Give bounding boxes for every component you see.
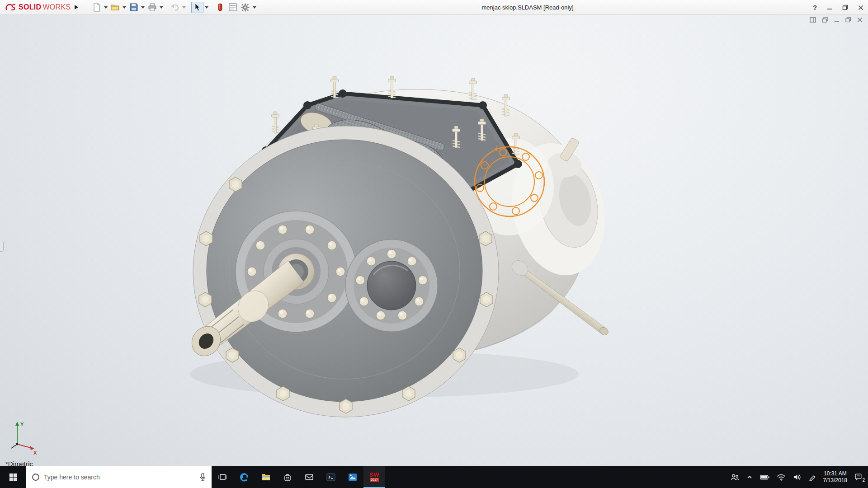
solidworks-window: SOLIDWORKS [0,0,868,488]
task-pane-list-icon [229,3,237,11]
select-tool-dropdown[interactable] [204,2,209,13]
network-button[interactable] [777,474,786,481]
doc-cascade-button[interactable] [822,17,828,23]
undo-arrow-icon [170,4,179,11]
windows-ink-button[interactable] [808,473,816,481]
quick-access-toolbar [90,2,257,13]
scene-3d[interactable] [0,15,868,466]
solidworks-taskbar-icon: SW 2017 [369,472,379,482]
print-dropdown[interactable] [159,2,164,13]
window-cascade-icon [822,17,828,23]
minimize-button[interactable] [827,5,832,10]
undo-button[interactable] [169,2,181,13]
open-folder-icon [111,3,120,11]
app-icon-store[interactable] [277,466,298,488]
sw-icon-text: SW [369,472,379,478]
window-pane-icon [810,17,816,23]
menu-expand-arrow[interactable] [74,5,79,10]
microphone-icon[interactable] [199,473,206,481]
new-document-dropdown[interactable] [103,2,108,13]
taskbar-search[interactable] [26,466,212,488]
cortana-circle-icon [32,473,40,481]
save-floppy-icon [130,3,138,11]
play-arrow-icon [74,5,79,10]
wifi-icon [777,474,786,481]
window-close-icon [858,5,863,10]
x-axis-arrow-icon [30,446,34,450]
task-view-button[interactable] [212,466,233,488]
ds-logo-icon [5,3,17,12]
window-restore-icon [842,5,848,10]
window-minimize-icon [834,17,840,23]
doc-pane-button[interactable] [810,17,816,23]
y-axis-arrow-icon [15,422,19,426]
terminal-icon [326,472,336,483]
clock-time: 10:31 AM [823,470,847,477]
restore-button[interactable] [842,5,848,10]
new-document-icon [93,3,101,12]
taskbar-clock[interactable]: 10:31 AM 7/13/2018 [823,470,847,484]
edge-browser-icon [239,472,250,483]
battery-button[interactable] [760,474,770,480]
graphics-viewport[interactable]: Y X *Dimetric [0,15,868,466]
notification-badge: 2 [862,478,865,483]
print-button[interactable] [146,2,158,13]
file-explorer-icon [260,472,271,483]
doc-minimize-button[interactable] [834,17,840,23]
chevron-down-icon [205,6,208,9]
reference-triad: Y X [7,418,41,456]
taskbar-search-input[interactable] [44,474,195,481]
chevron-down-icon [253,6,256,9]
photos-icon [347,472,358,483]
help-button[interactable]: ? [813,4,817,11]
chevron-down-icon [104,6,108,9]
task-pane-button[interactable] [226,2,239,13]
appearance-capsule-icon [217,3,223,11]
options-dropdown[interactable] [252,2,257,13]
app-icon-solidworks[interactable]: SW 2017 [363,466,385,488]
view-orientation-label: *Dimetric [5,460,33,466]
save-button[interactable] [127,2,140,13]
chevron-down-icon [123,6,126,9]
window-minimize-icon [827,5,832,10]
close-button[interactable] [858,5,863,10]
clock-date: 7/13/2018 [823,477,847,484]
brand-text-solid: SOLID [19,3,41,11]
printer-icon [148,3,157,11]
chevron-down-icon [141,6,145,9]
undo-dropdown[interactable] [181,2,187,13]
chevron-down-icon [182,6,186,9]
volume-icon [793,474,802,481]
app-icon-mail[interactable] [298,466,320,488]
chevron-up-icon [746,474,753,480]
app-icon-file-explorer[interactable] [255,466,277,488]
feature-manager-collapsed-tab[interactable] [0,241,4,252]
select-tool-button[interactable] [191,2,203,13]
start-button[interactable] [0,466,26,488]
battery-icon [760,474,770,480]
bearing-cover[interactable] [345,239,438,332]
windows-logo-icon [9,473,18,482]
task-view-icon [217,472,228,483]
open-button[interactable] [109,2,121,13]
volume-button[interactable] [793,474,802,481]
mail-icon [304,472,315,483]
document-window-controls [810,17,863,23]
appearance-button[interactable] [214,2,226,13]
titlebar: SOLIDWORKS [0,0,868,15]
store-icon [282,472,293,483]
windows-taskbar: SW 2017 [0,466,868,488]
new-document-button[interactable] [90,2,103,13]
app-icon-terminal[interactable] [320,466,342,488]
options-button[interactable] [239,2,251,13]
brand-text-works: WORKS [42,3,71,11]
action-center-button[interactable]: 2 [854,473,863,481]
app-icon-photos[interactable] [342,466,363,488]
hidden-icons-button[interactable] [746,474,753,480]
doc-close-button[interactable] [857,17,863,23]
open-dropdown[interactable] [122,2,127,13]
doc-restore-button[interactable] [845,17,851,23]
people-button[interactable] [730,473,739,481]
save-dropdown[interactable] [140,2,146,13]
app-icon-edge[interactable] [233,466,255,488]
